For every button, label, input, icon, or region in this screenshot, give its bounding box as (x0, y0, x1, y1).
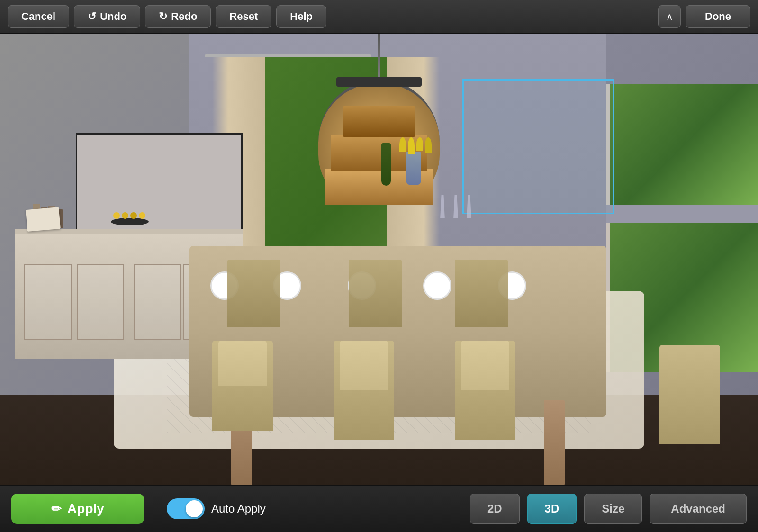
chair-back-left (227, 260, 280, 327)
apply-icon: ✏ (51, 502, 62, 516)
apply-label: Apply (67, 501, 104, 516)
undo-icon: ↺ (88, 10, 96, 23)
redo-button[interactable]: ↻ Redo (145, 5, 211, 28)
bottom-bar: ✏ Apply Auto Apply 2D 3D Size Advanced (0, 485, 758, 532)
redo-icon: ↻ (159, 10, 167, 23)
undo-button[interactable]: ↺ Undo (74, 5, 140, 28)
done-button[interactable]: Done (686, 5, 750, 28)
toolbar: Cancel ↺ Undo ↻ Redo Reset Help ∧ Done (0, 0, 758, 34)
chair-back-right (455, 260, 508, 327)
flowers (399, 137, 432, 154)
window-right-top (606, 84, 758, 210)
wine-bottle (381, 143, 391, 186)
sideboard-top (15, 229, 243, 234)
chevron-up-button[interactable]: ∧ (658, 5, 681, 28)
help-button[interactable]: Help (276, 5, 326, 28)
window-divider-right (606, 205, 758, 223)
auto-apply-toggle[interactable] (167, 498, 205, 519)
sideboard-door-1 (24, 264, 72, 340)
chevron-up-icon: ∧ (666, 11, 673, 22)
chandelier-tier-3 (343, 106, 415, 137)
advanced-button[interactable]: Advanced (650, 494, 747, 524)
plate-4 (423, 271, 451, 300)
cancel-button[interactable]: Cancel (8, 5, 69, 28)
open-book (26, 207, 61, 232)
apply-button[interactable]: ✏ Apply (11, 494, 144, 524)
sideboard-door-2 (77, 264, 125, 340)
selection-frame[interactable] (462, 79, 614, 214)
chair-far-right (659, 345, 720, 444)
wine-glasses (440, 195, 472, 218)
fruits (113, 212, 145, 219)
reset-button[interactable]: Reset (216, 5, 271, 28)
scene-background (0, 34, 758, 485)
scene-viewport[interactable] (0, 34, 758, 485)
auto-apply-label: Auto Apply (211, 502, 266, 515)
chandelier-ring (336, 77, 421, 87)
sideboard-door-3 (134, 264, 181, 340)
undo-label: Undo (100, 10, 126, 23)
chair-back-center (349, 260, 402, 327)
auto-apply-group: Auto Apply (167, 498, 266, 519)
flower-vase (406, 152, 421, 185)
curtain-rod (205, 54, 371, 57)
table-leg-right (544, 400, 565, 485)
chair-front-right (455, 341, 515, 440)
mode-2d-button[interactable]: 2D (470, 494, 520, 524)
mode-3d-button[interactable]: 3D (527, 494, 577, 524)
chair-front-center (334, 341, 394, 440)
redo-label: Redo (171, 10, 197, 23)
chair-front-left (212, 341, 273, 431)
size-button[interactable]: Size (584, 494, 642, 524)
toggle-knob (186, 500, 203, 517)
